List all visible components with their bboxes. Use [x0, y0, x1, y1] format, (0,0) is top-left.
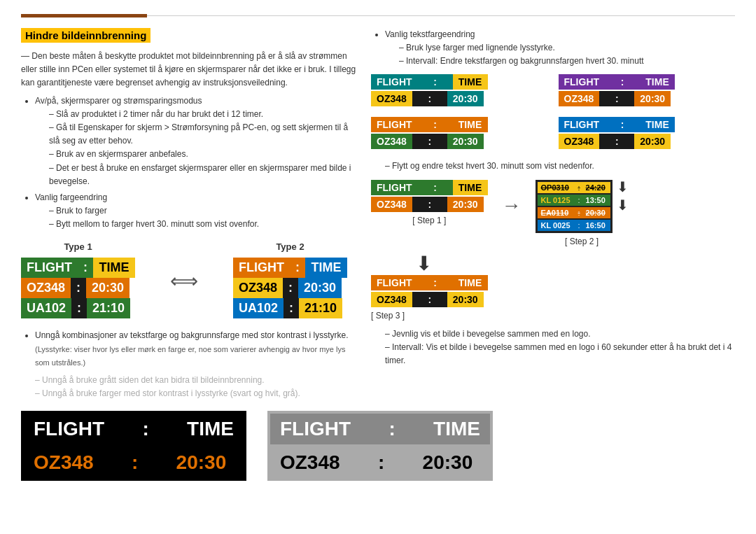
dash-item-4: Det er best å bruke en ensfarget skjerms…	[49, 162, 357, 188]
step2-board: OP0310 : 24:20 KL 0125 : 13:50 EA0110	[536, 180, 612, 233]
step-arrow-down-icon: ⬇	[416, 253, 432, 274]
right-board-grid: FLIGHT : TIME OZ348 : 20:30 FLIGHT : TIM…	[371, 74, 735, 149]
type1-label: Type 1	[64, 241, 92, 252]
type2-board: FLIGHT : TIME OZ348 : 20:30 UA102 : 21:1…	[233, 258, 347, 318]
t2-hdr-time: TIME	[305, 258, 347, 278]
t1-hdr-colon: :	[78, 258, 93, 278]
dash-item-7: Unngå å bruke grått siden det kan bidra …	[35, 374, 357, 387]
step2-row-1: OP0310 : 24:20	[538, 182, 610, 193]
bidirectional-arrow-icon: ⟺	[170, 269, 198, 293]
logo-note-2: Intervall: Vis et bilde i bevegelse samm…	[385, 341, 735, 367]
step1-container: FLIGHT : TIME OZ348 : 20:30 [ Step 1 ]	[371, 180, 488, 225]
dash-item-2: Gå til Egenskaper for skjerm > Strømfors…	[49, 121, 357, 148]
t1-hdr-time: TIME	[93, 258, 135, 278]
t1-r2-flight: UA102	[21, 298, 71, 318]
step-arrow-down-container: ⬇	[371, 252, 476, 275]
dash-item-3: Bruk av en skjermsparer anbefales.	[49, 148, 357, 161]
right-board-2: FLIGHT : TIME OZ348 : 20:30	[559, 74, 736, 106]
down-arrows: ⬇ ⬇	[617, 180, 629, 212]
down-arrow-icon-1: ⬇	[617, 180, 629, 194]
bullet-list-2: Unngå kombinasjoner av tekstfarge og bak…	[35, 329, 357, 370]
step2-row-2: KL 0125 : 13:50	[538, 195, 610, 206]
step1-board: FLIGHT : TIME OZ348 : 20:30	[371, 180, 488, 212]
left-column: Hindre bildeinnbrenning — Den beste måte…	[21, 28, 357, 481]
t1-r1-colon: :	[71, 278, 86, 298]
bottom-boards: FLIGHT : TIME OZ348 : 20:30 FLIGHT : TIM…	[21, 411, 357, 481]
types-row: Type 1 FLIGHT : TIME OZ348 : 20:30 UA102	[21, 241, 357, 318]
t2-r2-flight: UA102	[233, 298, 284, 318]
step3-board: FLIGHT : TIME OZ348 : 20:30	[371, 275, 488, 307]
section-title: Hindre bildeinnbrenning	[21, 28, 150, 43]
type2-block: Type 2 FLIGHT : TIME OZ348 : 20:30 UA102	[233, 241, 347, 318]
right-board-1: FLIGHT : TIME OZ348 : 20:30	[371, 74, 548, 106]
t1-r2-colon: :	[71, 298, 87, 318]
step3-container: FLIGHT : TIME OZ348 : 20:30 [ Step 3 ]	[371, 275, 735, 321]
right-column: Vanlig tekstfargeendring Bruk lyse farge…	[371, 28, 735, 481]
move-note-list: Flytt og endre tekst hvert 30. minutt so…	[385, 160, 735, 173]
type1-board: FLIGHT : TIME OZ348 : 20:30 UA102 : 21:1…	[21, 258, 135, 318]
t2-hdr-colon: :	[290, 258, 305, 278]
step2-board-with-arrows: OP0310 : 24:20 KL 0125 : 13:50 EA0110	[536, 180, 629, 233]
step2-row-4: KL 0025 : 16:50	[538, 220, 610, 231]
dash-item-8: Unngå å bruke farger med stor kontrast i…	[35, 387, 357, 400]
t2-r1-time: 20:30	[298, 278, 342, 298]
step2-label: [ Step 2 ]	[565, 237, 598, 246]
logo-note-1: Jevnlig vis et bilde i bevegelse sammen …	[385, 328, 735, 341]
intro-text: — Den beste måten å beskytte produktet m…	[21, 50, 357, 90]
t2-r2-colon: :	[284, 298, 299, 318]
bullet-item-2: Vanlig fargeendring Bruk to farger Bytt …	[35, 191, 357, 232]
t1-r1-flight: OZ348	[21, 278, 71, 298]
dash-item-6: Bytt mellom to farger hvert 30. minutt s…	[49, 218, 357, 231]
t2-r1-colon: :	[283, 278, 298, 298]
t1-r2-time: 21:10	[87, 298, 130, 318]
right-board-3: FLIGHT : TIME OZ348 : 20:30	[371, 117, 548, 149]
step1-label: [ Step 1 ]	[412, 216, 446, 225]
bottom-black-board: FLIGHT : TIME OZ348 : 20:30	[21, 411, 246, 481]
vc-dash-2: Intervall: Endre tekstfargen og bakgrunn…	[399, 55, 735, 68]
bullet-item-3: Unngå kombinasjoner av tekstfarge og bak…	[35, 329, 357, 370]
t1-hdr-flight: FLIGHT	[21, 258, 78, 278]
dash-list-2: Unngå å bruke grått siden det kan bidra …	[35, 374, 357, 400]
dash-item-5: Bruk to farger	[49, 204, 357, 218]
t1-r1-time: 20:30	[86, 278, 130, 298]
vc-dash-1: Bruk lyse farger med lignende lysstyrke.	[399, 41, 735, 55]
step2-container: OP0310 : 24:20 KL 0125 : 13:50 EA0110	[536, 180, 629, 246]
vc-bullet: Vanlig tekstfargeendring Bruk lyse farge…	[385, 28, 735, 69]
t2-r2-time: 21:10	[299, 298, 342, 318]
dash-item-1: Slå av produktet i 2 timer når du har br…	[49, 108, 357, 121]
move-note: Flytt og endre tekst hvert 30. minutt so…	[385, 160, 735, 173]
type-arrow: ⟺	[163, 241, 205, 293]
paren-note: (Lysstyrke: viser hvor lys eller mørk en…	[35, 345, 345, 367]
down-arrow-icon-2: ⬇	[617, 198, 629, 212]
logo-note-list: Jevnlig vis et bilde i bevegelse sammen …	[385, 328, 735, 368]
step2-row-3: EA0110 : 20:30	[538, 207, 610, 218]
type2-label: Type 2	[276, 241, 304, 252]
step3-label: [ Step 3 ]	[371, 311, 405, 321]
accent-bar	[21, 14, 147, 17]
bullet-item-1: Av/på, skjermsparer og strømsparingsmodu…	[35, 94, 357, 188]
bullet-list: Av/på, skjermsparer og strømsparingsmodu…	[35, 94, 357, 232]
step-arrow-right-icon: →	[502, 195, 522, 231]
right-board-4: FLIGHT : TIME OZ348 : 20:30	[559, 117, 736, 149]
divider-line	[147, 15, 735, 16]
right-bullet-list: Vanlig tekstfargeendring Bruk lyse farge…	[385, 28, 735, 69]
type1-block: Type 1 FLIGHT : TIME OZ348 : 20:30 UA102	[21, 241, 135, 318]
t2-r1-flight: OZ348	[233, 278, 283, 298]
t2-hdr-flight: FLIGHT	[233, 258, 290, 278]
